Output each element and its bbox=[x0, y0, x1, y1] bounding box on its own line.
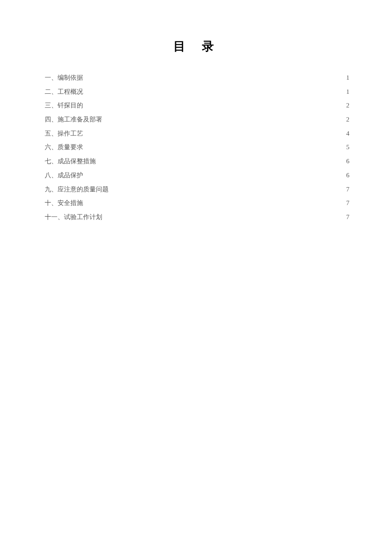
toc-dots bbox=[104, 115, 345, 121]
toc-item: 十、安全措施 7 bbox=[45, 196, 349, 210]
toc-item: 四、施工准备及部署 2 bbox=[45, 113, 349, 127]
toc-dots bbox=[85, 129, 345, 136]
toc-item-page: 1 bbox=[346, 71, 350, 85]
toc-item-page: 7 bbox=[346, 210, 350, 224]
toc-dots bbox=[85, 101, 345, 107]
toc-item-page: 1 bbox=[346, 85, 350, 99]
toc-item: 六、质量要求 5 bbox=[45, 140, 349, 154]
toc-list: 一、编制依据 1 二、工程概况 1 三、钎探目的 2 四、施工准备及部署 2 五… bbox=[45, 71, 349, 224]
toc-item-label: 三、钎探目的 bbox=[45, 98, 83, 113]
toc-item: 三、钎探目的 2 bbox=[45, 98, 349, 113]
toc-dots bbox=[85, 73, 345, 80]
toc-item-label: 五、操作工艺 bbox=[45, 127, 83, 141]
toc-item-label: 六、质量要求 bbox=[45, 140, 83, 154]
toc-dots bbox=[110, 185, 345, 191]
toc-dots bbox=[85, 199, 345, 205]
toc-item-page: 6 bbox=[346, 154, 350, 168]
toc-item-label: 十、安全措施 bbox=[45, 196, 83, 210]
toc-dots bbox=[98, 157, 345, 163]
toc-item-page: 5 bbox=[346, 140, 350, 154]
toc-item-label: 四、施工准备及部署 bbox=[45, 113, 102, 127]
toc-item-page: 2 bbox=[346, 98, 350, 113]
toc-item-label: 二、工程概况 bbox=[45, 85, 83, 99]
toc-item-label: 七、成品保整措施 bbox=[45, 154, 96, 168]
toc-item-label: 十一、试验工作计划 bbox=[45, 210, 102, 224]
toc-item: 二、工程概况 1 bbox=[45, 85, 349, 99]
toc-item: 七、成品保整措施 6 bbox=[45, 154, 349, 168]
toc-item-page: 7 bbox=[346, 182, 350, 197]
toc-item-page: 7 bbox=[346, 196, 350, 210]
toc-item: 十一、试验工作计划 7 bbox=[45, 210, 349, 224]
toc-dots bbox=[85, 171, 345, 177]
toc-item: 九、应注意的质量问题 7 bbox=[45, 182, 349, 197]
toc-item: 一、编制依据 1 bbox=[45, 71, 349, 85]
toc-item-label: 九、应注意的质量问题 bbox=[45, 182, 109, 197]
toc-item: 八、成品保护 6 bbox=[45, 168, 349, 182]
toc-item-page: 6 bbox=[346, 168, 350, 182]
toc-dots bbox=[85, 143, 345, 149]
toc-item: 五、操作工艺 4 bbox=[45, 127, 349, 141]
toc-dots bbox=[104, 213, 345, 219]
toc-item-label: 一、编制依据 bbox=[45, 71, 83, 85]
toc-dots bbox=[85, 87, 345, 94]
toc-item-label: 八、成品保护 bbox=[45, 168, 83, 182]
toc-item-page: 4 bbox=[346, 127, 350, 141]
toc-item-page: 2 bbox=[346, 113, 350, 127]
toc-title: 目 录 bbox=[45, 38, 349, 55]
